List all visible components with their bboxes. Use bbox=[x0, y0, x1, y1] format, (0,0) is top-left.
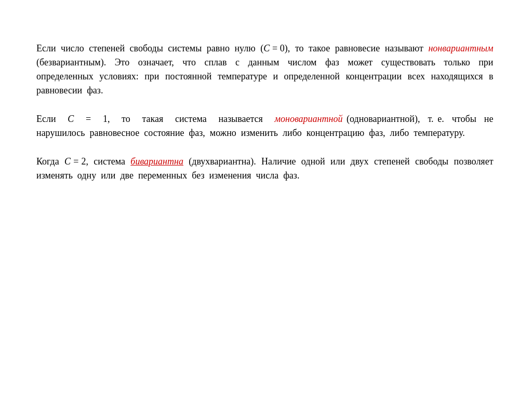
para2-text1: Если bbox=[36, 114, 68, 124]
para3-text2: = 2, система bbox=[71, 156, 130, 167]
paragraph-1: Если число степеней свободы системы равн… bbox=[36, 42, 496, 98]
para1-var-c: С bbox=[263, 43, 270, 53]
para2-monovariant: моновариантной bbox=[275, 114, 343, 124]
para2-var-c: С bbox=[68, 114, 74, 124]
para1-nonvariant: нонвариантным bbox=[428, 43, 493, 53]
para3-bivariant: бивариантна bbox=[130, 156, 183, 167]
para3-var-c: С bbox=[64, 156, 71, 167]
para3-text1: Когда bbox=[36, 156, 64, 167]
para1-text2: = 0), то такое равновесие называют bbox=[270, 43, 428, 53]
paragraph-2: Если С = 1, то такая система называется … bbox=[36, 112, 496, 140]
paragraph-3: Когда С = 2, система бивариантна (двухва… bbox=[36, 155, 496, 183]
para1-text1: Если число степеней свободы системы равн… bbox=[36, 43, 263, 53]
page-container: Если число степеней свободы системы равн… bbox=[0, 0, 532, 398]
para2-text2: = 1, то такая система называется bbox=[74, 114, 274, 124]
